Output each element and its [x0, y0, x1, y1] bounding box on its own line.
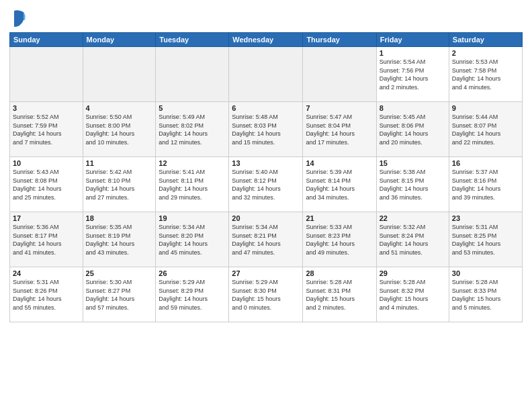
- day-info: Sunrise: 5:41 AM Sunset: 8:11 PM Dayligh…: [159, 168, 226, 201]
- day-info: Sunrise: 5:28 AM Sunset: 8:31 PM Dayligh…: [306, 278, 373, 312]
- header-day-wednesday: Wednesday: [229, 33, 303, 47]
- day-info: Sunrise: 5:42 AM Sunset: 8:10 PM Dayligh…: [86, 168, 153, 201]
- day-number: 23: [452, 214, 519, 222]
- day-cell: 17Sunrise: 5:36 AM Sunset: 8:17 PM Dayli…: [10, 212, 83, 267]
- day-number: 11: [86, 159, 153, 167]
- header-day-monday: Monday: [83, 33, 156, 47]
- day-cell: 8Sunrise: 5:45 AM Sunset: 8:06 PM Daylig…: [376, 102, 449, 157]
- day-cell: [83, 47, 156, 102]
- day-number: 5: [159, 104, 226, 112]
- day-cell: 18Sunrise: 5:35 AM Sunset: 8:19 PM Dayli…: [83, 212, 156, 267]
- day-cell: [10, 47, 83, 102]
- day-cell: 1Sunrise: 5:54 AM Sunset: 7:56 PM Daylig…: [376, 47, 449, 102]
- day-number: 20: [232, 214, 300, 222]
- day-info: Sunrise: 5:52 AM Sunset: 7:59 PM Dayligh…: [13, 113, 80, 146]
- day-number: 1: [380, 49, 446, 57]
- day-info: Sunrise: 5:32 AM Sunset: 8:24 PM Dayligh…: [380, 223, 446, 257]
- day-number: 9: [452, 104, 519, 112]
- week-row-2: 10Sunrise: 5:43 AM Sunset: 8:08 PM Dayli…: [10, 157, 523, 212]
- day-cell: 9Sunrise: 5:44 AM Sunset: 8:07 PM Daylig…: [449, 102, 522, 157]
- day-info: Sunrise: 5:53 AM Sunset: 7:58 PM Dayligh…: [452, 58, 519, 91]
- day-cell: 23Sunrise: 5:31 AM Sunset: 8:25 PM Dayli…: [449, 212, 522, 267]
- day-number: 16: [452, 159, 519, 167]
- calendar-body: 1Sunrise: 5:54 AM Sunset: 7:56 PM Daylig…: [10, 47, 523, 322]
- day-info: Sunrise: 5:50 AM Sunset: 8:00 PM Dayligh…: [86, 113, 153, 146]
- day-number: 22: [380, 214, 446, 222]
- day-info: Sunrise: 5:35 AM Sunset: 8:19 PM Dayligh…: [86, 223, 153, 257]
- day-cell: 12Sunrise: 5:41 AM Sunset: 8:11 PM Dayli…: [156, 157, 229, 212]
- logo: [9, 9, 26, 28]
- day-cell: 29Sunrise: 5:28 AM Sunset: 8:32 PM Dayli…: [376, 267, 449, 322]
- day-number: 29: [380, 269, 446, 277]
- day-cell: 13Sunrise: 5:40 AM Sunset: 8:12 PM Dayli…: [229, 157, 303, 212]
- day-cell: 10Sunrise: 5:43 AM Sunset: 8:08 PM Dayli…: [10, 157, 83, 212]
- day-number: 13: [232, 159, 300, 167]
- day-cell: 19Sunrise: 5:34 AM Sunset: 8:20 PM Dayli…: [156, 212, 229, 267]
- day-number: 19: [159, 214, 226, 222]
- day-number: 4: [86, 104, 153, 112]
- day-cell: 26Sunrise: 5:29 AM Sunset: 8:29 PM Dayli…: [156, 267, 229, 322]
- day-info: Sunrise: 5:38 AM Sunset: 8:15 PM Dayligh…: [380, 168, 446, 201]
- day-number: 7: [306, 104, 373, 112]
- day-info: Sunrise: 5:48 AM Sunset: 8:03 PM Dayligh…: [232, 113, 300, 146]
- day-cell: 15Sunrise: 5:38 AM Sunset: 8:15 PM Dayli…: [376, 157, 449, 212]
- day-cell: 5Sunrise: 5:49 AM Sunset: 8:02 PM Daylig…: [156, 102, 229, 157]
- page: SundayMondayTuesdayWednesdayThursdayFrid…: [0, 0, 532, 411]
- day-number: 6: [232, 104, 300, 112]
- day-cell: 6Sunrise: 5:48 AM Sunset: 8:03 PM Daylig…: [229, 102, 303, 157]
- day-number: 26: [159, 269, 226, 277]
- day-info: Sunrise: 5:29 AM Sunset: 8:29 PM Dayligh…: [159, 278, 226, 312]
- day-number: 24: [13, 269, 80, 277]
- header: [9, 7, 523, 28]
- day-info: Sunrise: 5:44 AM Sunset: 8:07 PM Dayligh…: [452, 113, 519, 146]
- day-cell: [303, 47, 376, 102]
- day-cell: 4Sunrise: 5:50 AM Sunset: 8:00 PM Daylig…: [83, 102, 156, 157]
- day-info: Sunrise: 5:43 AM Sunset: 8:08 PM Dayligh…: [13, 168, 80, 201]
- day-cell: 2Sunrise: 5:53 AM Sunset: 7:58 PM Daylig…: [449, 47, 522, 102]
- day-info: Sunrise: 5:33 AM Sunset: 8:23 PM Dayligh…: [306, 223, 373, 257]
- day-info: Sunrise: 5:28 AM Sunset: 8:33 PM Dayligh…: [452, 278, 519, 312]
- header-day-sunday: Sunday: [10, 33, 83, 47]
- calendar: SundayMondayTuesdayWednesdayThursdayFrid…: [9, 32, 523, 322]
- week-row-0: 1Sunrise: 5:54 AM Sunset: 7:56 PM Daylig…: [10, 47, 523, 102]
- logo-icon: [11, 9, 26, 28]
- week-row-4: 24Sunrise: 5:31 AM Sunset: 8:26 PM Dayli…: [10, 267, 523, 322]
- day-info: Sunrise: 5:54 AM Sunset: 7:56 PM Dayligh…: [380, 58, 446, 91]
- day-number: 14: [306, 159, 373, 167]
- day-cell: 27Sunrise: 5:29 AM Sunset: 8:30 PM Dayli…: [229, 267, 303, 322]
- day-info: Sunrise: 5:37 AM Sunset: 8:16 PM Dayligh…: [452, 168, 519, 201]
- day-info: Sunrise: 5:28 AM Sunset: 8:32 PM Dayligh…: [380, 278, 446, 312]
- day-info: Sunrise: 5:40 AM Sunset: 8:12 PM Dayligh…: [232, 168, 300, 201]
- day-number: 30: [452, 269, 519, 277]
- day-cell: 11Sunrise: 5:42 AM Sunset: 8:10 PM Dayli…: [83, 157, 156, 212]
- day-number: 10: [13, 159, 80, 167]
- day-cell: 7Sunrise: 5:47 AM Sunset: 8:04 PM Daylig…: [303, 102, 376, 157]
- header-day-tuesday: Tuesday: [156, 33, 229, 47]
- day-info: Sunrise: 5:36 AM Sunset: 8:17 PM Dayligh…: [13, 223, 80, 257]
- day-info: Sunrise: 5:29 AM Sunset: 8:30 PM Dayligh…: [232, 278, 300, 312]
- day-number: 18: [86, 214, 153, 222]
- day-number: 27: [232, 269, 300, 277]
- header-row: SundayMondayTuesdayWednesdayThursdayFrid…: [10, 33, 523, 47]
- day-cell: 20Sunrise: 5:34 AM Sunset: 8:21 PM Dayli…: [229, 212, 303, 267]
- day-number: 12: [159, 159, 226, 167]
- day-cell: [156, 47, 229, 102]
- day-number: 17: [13, 214, 80, 222]
- day-number: 21: [306, 214, 373, 222]
- day-cell: [229, 47, 303, 102]
- day-info: Sunrise: 5:34 AM Sunset: 8:20 PM Dayligh…: [159, 223, 226, 257]
- day-info: Sunrise: 5:34 AM Sunset: 8:21 PM Dayligh…: [232, 223, 300, 257]
- header-day-thursday: Thursday: [303, 33, 376, 47]
- header-day-saturday: Saturday: [449, 33, 522, 47]
- day-info: Sunrise: 5:45 AM Sunset: 8:06 PM Dayligh…: [380, 113, 446, 146]
- week-row-3: 17Sunrise: 5:36 AM Sunset: 8:17 PM Dayli…: [10, 212, 523, 267]
- day-info: Sunrise: 5:39 AM Sunset: 8:14 PM Dayligh…: [306, 168, 373, 201]
- day-cell: 16Sunrise: 5:37 AM Sunset: 8:16 PM Dayli…: [449, 157, 522, 212]
- day-cell: 24Sunrise: 5:31 AM Sunset: 8:26 PM Dayli…: [10, 267, 83, 322]
- day-cell: 14Sunrise: 5:39 AM Sunset: 8:14 PM Dayli…: [303, 157, 376, 212]
- day-number: 8: [380, 104, 446, 112]
- header-day-friday: Friday: [376, 33, 449, 47]
- day-number: 15: [380, 159, 446, 167]
- day-info: Sunrise: 5:31 AM Sunset: 8:26 PM Dayligh…: [13, 278, 80, 312]
- calendar-header: SundayMondayTuesdayWednesdayThursdayFrid…: [10, 33, 523, 47]
